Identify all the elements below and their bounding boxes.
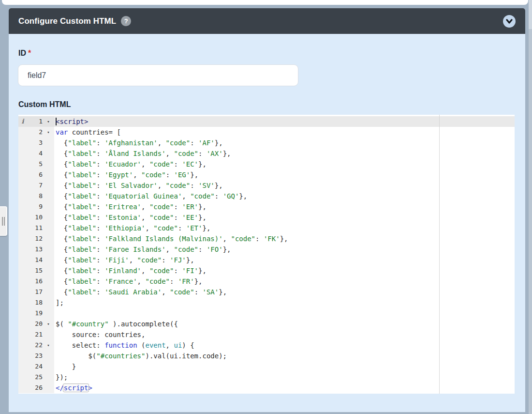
code-fold-arrow-icon[interactable]: ▾ bbox=[43, 116, 54, 127]
line-number: 23 bbox=[27, 351, 43, 361]
code-line[interactable]: 19 bbox=[18, 308, 515, 319]
previous-panel-bottom-edge bbox=[2, 0, 528, 5]
fold-column-spacer bbox=[43, 180, 54, 191]
fold-column-spacer bbox=[43, 351, 54, 361]
code-fold-arrow-icon[interactable]: ▾ bbox=[43, 340, 54, 351]
editor-gutter-cell: 14 bbox=[18, 255, 54, 265]
code-line-text[interactable]: {"label": 'Afghanistan', "code": 'AF'}, bbox=[54, 138, 515, 148]
code-line-text[interactable]: $( "#country" ).autocomplete({ bbox=[54, 319, 515, 329]
code-line-text[interactable]: {"label": 'Estonia', "code": 'EE'}, bbox=[54, 212, 515, 223]
code-fold-arrow-icon[interactable]: ▾ bbox=[43, 319, 54, 329]
line-number: 17 bbox=[27, 287, 43, 297]
code-line-text[interactable]: $("#countries").val(ui.item.code); bbox=[54, 351, 515, 361]
code-line[interactable]: 6 {"label": 'Egypt', "code": 'EG'}, bbox=[18, 169, 515, 180]
code-fold-arrow-icon[interactable]: ▾ bbox=[43, 127, 54, 138]
editor-gutter-cell: 19 bbox=[18, 308, 54, 319]
page-scrollbar-thumb[interactable] bbox=[529, 0, 532, 29]
code-line[interactable]: 10 {"label": 'Estonia', "code": 'EE'}, bbox=[18, 212, 515, 223]
code-line-text[interactable]: {"label": 'El Salvador', "code": 'SV'}, bbox=[54, 180, 515, 191]
annotation-info-icon bbox=[18, 169, 27, 180]
code-line[interactable]: 26</script> bbox=[18, 383, 515, 393]
page-scrollbar-track[interactable] bbox=[529, 0, 532, 414]
fold-column-spacer bbox=[43, 372, 54, 383]
fold-column-spacer bbox=[43, 265, 54, 276]
code-line[interactable]: 11 {"label": 'Ethiopia', "code": 'ET'}, bbox=[18, 223, 515, 233]
code-line[interactable]: 5 {"label": 'Ecuador', "code": 'EC'}, bbox=[18, 159, 515, 169]
id-input[interactable] bbox=[18, 64, 298, 86]
code-line[interactable]: 8 {"label": 'Equatorial Guinea', "code":… bbox=[18, 191, 515, 201]
editor-gutter-cell: 6 bbox=[18, 169, 54, 180]
code-line-text[interactable]: {"label": 'France', "code": 'FR'}, bbox=[54, 276, 515, 287]
code-line-text[interactable]: {"label": 'Åland Islands', "code": 'AX'}… bbox=[54, 148, 515, 159]
code-line-text[interactable]: {"label": 'Faroe Islands', "code": 'FO'}… bbox=[54, 244, 515, 255]
code-line[interactable]: 7 {"label": 'El Salvador', "code": 'SV'}… bbox=[18, 180, 515, 191]
fold-column-spacer bbox=[43, 233, 54, 244]
panel-header: Configure Custom HTML ? bbox=[9, 8, 525, 34]
editor-gutter-cell: 3 bbox=[18, 138, 54, 148]
annotation-info-icon bbox=[18, 223, 27, 233]
code-line[interactable]: 17 {"label": 'Saudi Arabia', "code": 'SA… bbox=[18, 287, 515, 297]
code-line-text[interactable]: {"label": 'Ecuador', "code": 'EC'}, bbox=[54, 159, 515, 169]
code-line[interactable]: i1▾<script> bbox=[18, 116, 515, 127]
code-line[interactable]: 9 {"label": 'Eritrea', "code": 'ER'}, bbox=[18, 201, 515, 212]
line-number: 21 bbox=[27, 329, 43, 340]
editor-gutter-cell: 18 bbox=[18, 297, 54, 308]
code-line-text[interactable]: }); bbox=[54, 372, 515, 383]
annotation-info-icon bbox=[18, 148, 27, 159]
code-line-text[interactable]: {"label": 'Egypt', "code": 'EG'}, bbox=[54, 169, 515, 180]
code-line-text[interactable]: {"label": 'Finland', "code": 'FI'}, bbox=[54, 265, 515, 276]
code-line-text[interactable]: ]; bbox=[54, 297, 515, 308]
code-line-text[interactable]: {"label": 'Equatorial Guinea', "code": '… bbox=[54, 191, 515, 201]
code-line[interactable]: 23 $("#countries").val(ui.item.code); bbox=[18, 351, 515, 361]
editor-gutter-cell: 22▾ bbox=[18, 340, 54, 351]
collapse-panel-button[interactable] bbox=[503, 15, 516, 28]
left-drawer-handle[interactable] bbox=[0, 206, 7, 236]
code-line[interactable]: 14 {"label": 'Fiji', "code": 'FJ'}, bbox=[18, 255, 515, 265]
grip-icon bbox=[4, 217, 5, 226]
code-line[interactable]: 20▾$( "#country" ).autocomplete({ bbox=[18, 319, 515, 329]
fold-column-spacer bbox=[43, 297, 54, 308]
code-line[interactable]: 4 {"label": 'Åland Islands', "code": 'AX… bbox=[18, 148, 515, 159]
fold-column-spacer bbox=[43, 308, 54, 319]
code-line[interactable]: 16 {"label": 'France', "code": 'FR'}, bbox=[18, 276, 515, 287]
code-line[interactable]: 18]; bbox=[18, 297, 515, 308]
editor-gutter-cell: 8 bbox=[18, 191, 54, 201]
code-line-text[interactable]: {"label": 'Ethiopia', "code": 'ET'}, bbox=[54, 223, 515, 233]
required-asterisk: * bbox=[28, 49, 31, 57]
custom-html-label: Custom HTML bbox=[18, 100, 71, 109]
code-line[interactable]: 25}); bbox=[18, 372, 515, 383]
code-line[interactable]: 3 {"label": 'Afghanistan', "code": 'AF'}… bbox=[18, 138, 515, 148]
code-line-text[interactable]: var countries= [ bbox=[54, 127, 515, 138]
code-line-text[interactable]: {"label": 'Eritrea', "code": 'ER'}, bbox=[54, 201, 515, 212]
code-line-text[interactable] bbox=[54, 308, 515, 319]
code-line-text[interactable]: source: countries, bbox=[54, 329, 515, 340]
code-line[interactable]: 13 {"label": 'Faroe Islands', "code": 'F… bbox=[18, 244, 515, 255]
line-number: 9 bbox=[27, 201, 43, 212]
annotation-info-icon bbox=[18, 212, 27, 223]
annotation-info-icon bbox=[18, 244, 27, 255]
code-line[interactable]: 15 {"label": 'Finland', "code": 'FI'}, bbox=[18, 265, 515, 276]
editor-gutter-cell: 11 bbox=[18, 223, 54, 233]
fold-column-spacer bbox=[43, 255, 54, 265]
code-line-text[interactable]: {"label": 'Saudi Arabia', "code": 'SA'}, bbox=[54, 287, 515, 297]
editor-gutter-cell: 12 bbox=[18, 233, 54, 244]
code-line[interactable]: 24 } bbox=[18, 361, 515, 372]
code-line[interactable]: 12 {"label": 'Falkland Islands (Malvinas… bbox=[18, 233, 515, 244]
custom-html-code-editor[interactable]: i1▾<script>2▾var countries= [3 {"label":… bbox=[18, 115, 515, 394]
code-line-text[interactable]: select: function (event, ui) { bbox=[54, 340, 515, 351]
code-line[interactable]: 2▾var countries= [ bbox=[18, 127, 515, 138]
annotation-info-icon bbox=[18, 287, 27, 297]
code-line-text[interactable]: } bbox=[54, 361, 515, 372]
editor-gutter-cell: 2▾ bbox=[18, 127, 54, 138]
code-line-text[interactable]: {"label": 'Fiji', "code": 'FJ'}, bbox=[54, 255, 515, 265]
code-line-text[interactable]: </script> bbox=[54, 383, 515, 393]
fold-column-spacer bbox=[43, 169, 54, 180]
annotation-info-icon: i bbox=[18, 116, 27, 127]
help-icon[interactable]: ? bbox=[121, 16, 131, 26]
code-line-text[interactable]: <script> bbox=[54, 116, 515, 127]
line-number: 6 bbox=[27, 169, 43, 180]
code-line[interactable]: 22▾ select: function (event, ui) { bbox=[18, 340, 515, 351]
code-line[interactable]: 21 source: countries, bbox=[18, 329, 515, 340]
code-line-text[interactable]: {"label": 'Falkland Islands (Malvinas)',… bbox=[54, 233, 515, 244]
annotation-info-icon bbox=[18, 308, 27, 319]
